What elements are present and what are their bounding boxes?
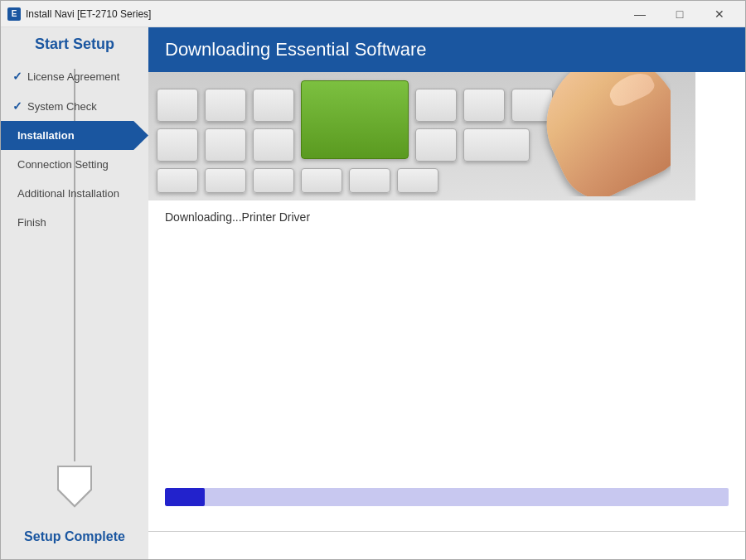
maximize-button[interactable]: □ — [661, 4, 699, 24]
page-title: Downloading Essential Software — [165, 39, 729, 60]
kb-key-10 — [253, 128, 294, 162]
finger-area — [505, 72, 671, 196]
kb-key-6 — [463, 89, 505, 122]
kb-key-3 — [253, 89, 294, 122]
sidebar-item-label-connection: Connection Setting — [17, 158, 109, 171]
sidebar-item-label-finish: Finish — [17, 216, 46, 229]
title-bar: E Install Navi [ET-2710 Series] — □ ✕ — [1, 1, 745, 27]
kb-key-9 — [205, 128, 246, 162]
sidebar-item-system[interactable]: ✓ System Check — [1, 91, 148, 121]
title-bar-controls: — □ ✕ — [621, 4, 739, 24]
kb-key-2 — [205, 89, 246, 122]
kb-key-8 — [157, 128, 198, 162]
main-header: Downloading Essential Software — [148, 27, 745, 72]
check-icon-system: ✓ — [12, 99, 22, 113]
sidebar-item-label-installation: Installation — [17, 129, 75, 142]
kb-key-green — [301, 80, 409, 159]
content-body: Downloading...Printer Driver — [148, 72, 745, 531]
progress-bar-fill — [165, 488, 205, 506]
kb-key-14 — [205, 168, 246, 193]
sidebar-item-label-additional: Additional Installation — [17, 187, 119, 200]
kb-key-15 — [253, 168, 294, 193]
kb-key-16 — [301, 168, 342, 193]
kb-key-1 — [157, 89, 198, 122]
kb-key-5 — [415, 89, 457, 122]
sidebar-item-connection[interactable]: Connection Setting — [1, 150, 148, 179]
minimize-button[interactable]: — — [621, 4, 659, 24]
setup-complete-label: Setup Complete — [24, 529, 125, 544]
sidebar-item-additional[interactable]: Additional Installation — [1, 179, 148, 208]
sidebar-item-finish[interactable]: Finish — [1, 208, 148, 237]
hero-image — [148, 72, 695, 200]
kb-key-11 — [415, 128, 457, 162]
main-footer — [148, 531, 745, 560]
kb-key-18 — [397, 168, 438, 193]
kb-key-13 — [157, 168, 198, 193]
app-icon: E — [7, 7, 21, 21]
main-content: Downloading Essential Software — [148, 27, 745, 560]
close-button[interactable]: ✕ — [700, 4, 739, 24]
sidebar-item-label-license: License Agreement — [27, 70, 119, 83]
check-icon-license: ✓ — [12, 70, 22, 83]
kb-key-17 — [349, 168, 390, 193]
down-arrow-icon — [50, 458, 99, 511]
window-title: Install Navi [ET-2710 Series] — [26, 8, 151, 20]
progress-area — [148, 488, 745, 531]
sidebar-item-label-system: System Check — [27, 100, 97, 113]
sidebar-item-installation[interactable]: Installation — [1, 121, 148, 150]
title-bar-left: E Install Navi [ET-2710 Series] — [7, 7, 151, 21]
svg-marker-1 — [58, 466, 91, 506]
sidebar-steps: ✓ License Agreement ✓ System Check Insta… — [1, 61, 148, 237]
sidebar-item-license[interactable]: ✓ License Agreement — [1, 61, 148, 91]
app-body: Start Setup ✓ License Agreement ✓ System… — [1, 27, 745, 560]
sidebar-title: Start Setup — [35, 36, 114, 53]
progress-bar-container — [165, 488, 729, 506]
sidebar: Start Setup ✓ License Agreement ✓ System… — [1, 27, 148, 560]
download-status-text: Downloading...Printer Driver — [148, 200, 745, 234]
